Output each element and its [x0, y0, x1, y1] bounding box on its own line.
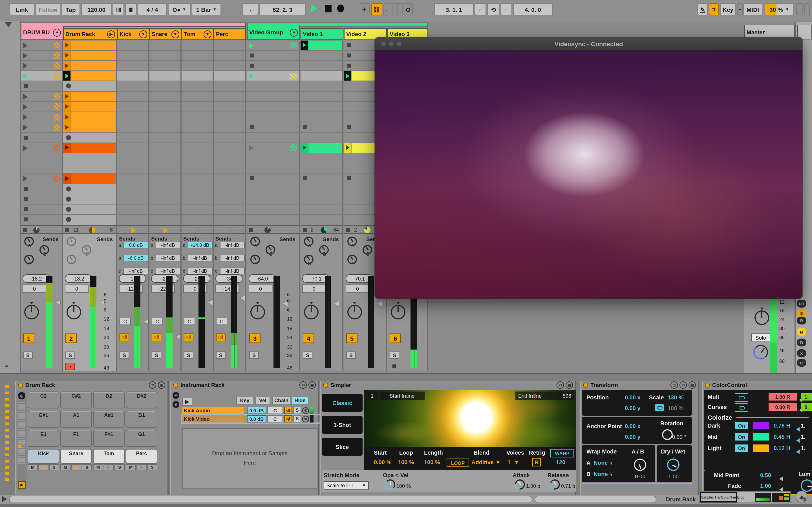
- solo-button[interactable]: S: [346, 351, 356, 359]
- clip-slot[interactable]: [63, 71, 117, 81]
- retrig-button[interactable]: R: [532, 458, 541, 466]
- loop-toggle-button[interactable]: LOOP: [447, 459, 469, 467]
- device-colorcontrol[interactable]: ColorControl Mult 1.00 R 1. Curves 0.00 …: [702, 381, 812, 495]
- drum-pad-ds2[interactable]: D#2: [126, 392, 157, 408]
- clip-slot[interactable]: [301, 215, 343, 225]
- device-chain-overview[interactable]: Simpler TrarColor(FeeBloc: [699, 491, 791, 503]
- drum-pad-c2[interactable]: C2: [28, 392, 59, 408]
- dry-wet-knob[interactable]: [665, 456, 682, 473]
- send-value[interactable]: 0.0 dB: [123, 242, 148, 248]
- clip-play-button[interactable]: [301, 40, 308, 50]
- clip-slot[interactable]: [21, 50, 63, 61]
- clip-slot[interactable]: [301, 102, 343, 112]
- colorize-on-toggle[interactable]: On: [735, 422, 748, 429]
- colorize-hue-value[interactable]: 0.45 H: [774, 434, 790, 440]
- clip-stop-button[interactable]: [24, 84, 28, 88]
- clip-slot[interactable]: [21, 133, 63, 143]
- volume-value[interactable]: -34: [215, 274, 243, 283]
- clip-stop-button[interactable]: [250, 125, 254, 129]
- clip-slot[interactable]: [301, 61, 343, 71]
- clip-slot[interactable]: [149, 133, 182, 143]
- send-value[interactable]: -inf dB: [123, 268, 148, 274]
- clip-slot[interactable]: [117, 164, 149, 174]
- colorize-swatch[interactable]: [753, 445, 769, 452]
- stretch-mode-select[interactable]: Scale to Fill▼: [324, 481, 369, 490]
- clip-slot[interactable]: [301, 122, 343, 133]
- clip-slot[interactable]: [149, 112, 182, 122]
- clip-slot[interactable]: [21, 92, 63, 102]
- mixer-toggle-x[interactable]: X: [797, 349, 806, 357]
- clip-slot[interactable]: [247, 81, 300, 92]
- track-collapse-icon[interactable]: ▼: [204, 30, 211, 38]
- mult-link-icon[interactable]: [735, 393, 748, 402]
- clip-slot[interactable]: [21, 205, 63, 215]
- clip-play-button[interactable]: [63, 40, 70, 50]
- clip-slot[interactable]: [63, 40, 117, 50]
- track-header-snare[interactable]: Snare▼: [149, 28, 182, 40]
- clip-slot[interactable]: [214, 92, 246, 102]
- solo-button[interactable]: S: [249, 351, 259, 359]
- clip-body[interactable]: [70, 71, 116, 80]
- clip-slot[interactable]: [63, 112, 117, 122]
- attack-value[interactable]: 1.00 b: [526, 483, 540, 489]
- clip-slot[interactable]: [149, 164, 182, 174]
- clip-stop-button[interactable]: [24, 197, 28, 201]
- arrangement-position[interactable]: 62. 2. 3: [259, 3, 306, 15]
- volume-value[interactable]: -25: [183, 274, 210, 283]
- clip-play-button[interactable]: [63, 174, 70, 183]
- clip-body[interactable]: [70, 92, 116, 101]
- clip-slot[interactable]: [117, 143, 149, 153]
- mixer-toggle-d[interactable]: D: [797, 339, 806, 346]
- pan-reset-button[interactable]: C: [184, 318, 195, 325]
- arm-dot[interactable]: [392, 364, 396, 369]
- stop-all-button[interactable]: [23, 228, 27, 232]
- track-status-row[interactable]: [149, 225, 182, 233]
- punch-out-icon[interactable]: O: [404, 3, 413, 15]
- clip-body[interactable]: [70, 40, 116, 50]
- stop-all-button[interactable]: [346, 228, 350, 232]
- pan-value[interactable]: 0: [249, 284, 272, 293]
- clip-slot[interactable]: [247, 194, 300, 205]
- clip-slot[interactable]: [21, 81, 63, 92]
- chain-pan[interactable]: C: [267, 415, 283, 422]
- clip-play-button[interactable]: [63, 71, 70, 80]
- track-activator-button[interactable]: ◁⦀: [119, 334, 129, 341]
- clip-slot[interactable]: [149, 122, 182, 133]
- track-fold-icon[interactable]: ▶: [107, 30, 115, 38]
- videosync-titlebar[interactable]: Videosync - Connected: [375, 37, 802, 50]
- send-value[interactable]: -inf dB: [220, 255, 245, 262]
- clip-slot[interactable]: [63, 102, 117, 112]
- ab-value[interactable]: 0.00: [635, 473, 645, 480]
- stop-all-button[interactable]: [65, 228, 69, 232]
- clip-slot[interactable]: [63, 133, 117, 143]
- clip-slot[interactable]: [214, 50, 246, 61]
- clip-slot[interactable]: [117, 194, 149, 205]
- drum-pad-snare[interactable]: Snare: [60, 449, 92, 464]
- clip-stop-button[interactable]: [24, 218, 28, 222]
- clip-slot[interactable]: [214, 133, 246, 143]
- attack-knob[interactable]: [513, 477, 527, 492]
- start-frame-value[interactable]: 1: [366, 392, 378, 400]
- clip-slot[interactable]: [117, 215, 149, 225]
- solo-button[interactable]: S: [303, 351, 312, 359]
- clip-slot[interactable]: [149, 102, 182, 112]
- drum-pad-f1[interactable]: F1: [60, 430, 92, 447]
- clip-slot[interactable]: [182, 71, 214, 81]
- clip-stop-button[interactable]: [250, 53, 254, 57]
- start-value[interactable]: 0.00 %: [374, 459, 391, 465]
- clip-body[interactable]: [70, 174, 116, 183]
- save-preset-icon[interactable]: ▣: [689, 381, 696, 389]
- clip-slot[interactable]: [247, 205, 300, 215]
- rack-hide-button[interactable]: Hide: [292, 397, 308, 404]
- pencil-icon[interactable]: ✎: [698, 3, 708, 15]
- clip-stop-button[interactable]: [24, 135, 28, 139]
- group-play-icon[interactable]: [249, 73, 254, 79]
- warp-tempo[interactable]: 120: [556, 459, 565, 465]
- pad-mute-button[interactable]: M: [28, 464, 38, 470]
- key-map-button[interactable]: Key: [720, 3, 736, 15]
- group-play-icon[interactable]: [23, 114, 28, 120]
- master-solo-button[interactable]: Solo: [751, 334, 770, 341]
- nudge-up-icon[interactable]: ‖‖: [125, 3, 137, 15]
- chain-kick-audio[interactable]: Kick Audio0.0 dBC◁⦀S⟲: [182, 407, 320, 414]
- curves-link-icon[interactable]: [735, 403, 748, 412]
